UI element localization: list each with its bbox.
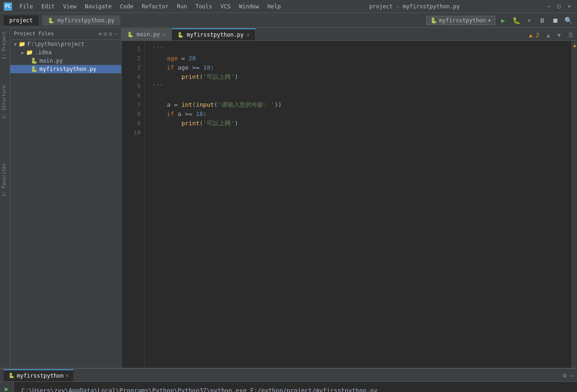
- main-py-label: main.py: [39, 58, 63, 64]
- menu-edit[interactable]: Edit: [38, 2, 58, 11]
- editor-area: 🐍 main.py ✕ 🐍 myfirsstpython.py ✕ ▲ 2 ▲ …: [122, 28, 577, 368]
- tree-idea[interactable]: ▶ 📁 .idea: [10, 48, 121, 57]
- run-config-dropdown-icon: ▾: [488, 17, 491, 24]
- scroll-down-icon[interactable]: ▼: [554, 30, 564, 40]
- editor-tabs: 🐍 main.py ✕ 🐍 myfirsstpython.py ✕ ▲ 2 ▲ …: [122, 28, 577, 41]
- run-panel: ▶ ▲ ▼ ↩ ⬆ 🖨 🗑 C:\Users\zyy\AppData\Local…: [0, 382, 577, 392]
- window-controls: — □ ✕: [545, 2, 573, 11]
- warning-count: ▲ 2: [525, 30, 543, 40]
- bottom-panel: 🐍 myfirsstpython ✕ ⚙ — ▶ ▲ ▼ ↩ ⬆ 🖨 🗑 C:\…: [0, 368, 577, 392]
- tab-myfirst-py[interactable]: 🐍 myfirsstpython.py ✕: [172, 28, 255, 40]
- myfirst-py-icon: 🐍: [31, 66, 38, 72]
- run-tab-label: myfirsstpython: [17, 373, 64, 379]
- line-9: 9: [125, 119, 141, 128]
- menu-run[interactable]: Run: [173, 2, 191, 11]
- line-8: 8: [125, 109, 141, 119]
- menu-file[interactable]: File: [16, 2, 37, 11]
- root-folder-icon: 📁: [19, 41, 26, 47]
- run-sidebar: ▶ ▲ ▼ ↩ ⬆ 🖨 🗑: [0, 382, 14, 392]
- line-6: 6: [125, 91, 141, 100]
- bottom-panel-icons: ⚙ —: [563, 372, 573, 379]
- run-tab[interactable]: 🐍 myfirsstpython ✕: [4, 369, 73, 381]
- file-tree-header: Project Files ⊕ ⊟ ⚙ —: [10, 28, 121, 40]
- structure-panel-label[interactable]: 2: Structure: [0, 82, 10, 122]
- close-button[interactable]: ✕: [565, 2, 573, 11]
- minimize-button[interactable]: —: [545, 2, 553, 11]
- idea-folder-icon: 📁: [26, 49, 33, 56]
- main-layout: 1: Project 2: Structure 3: Favorites Pro…: [0, 28, 577, 368]
- file-tree-title: Project Files: [14, 31, 98, 37]
- idea-label: .idea: [35, 49, 52, 56]
- tab-myfirst-close[interactable]: ✕: [246, 32, 250, 38]
- run-tab-py-icon: 🐍: [8, 373, 15, 379]
- menu-tools[interactable]: Tools: [192, 2, 216, 11]
- tab-myfirst-py-label: myfirsstpython.py: [187, 32, 244, 38]
- tree-root-arrow: ▼: [14, 42, 17, 47]
- warning-indicator: ▲: [573, 43, 576, 48]
- editor-settings-icon[interactable]: ☰: [564, 30, 577, 40]
- editor-scrollbar[interactable]: ▲: [571, 41, 577, 368]
- file-tree-panel: Project Files ⊕ ⊟ ⚙ — ▼ 📁 F:\python\proj…: [10, 28, 122, 368]
- line-1: 1: [125, 45, 141, 54]
- code-editor[interactable]: 1 2 3 4 5 6 7 8 9 10 ''' age = 20 if age…: [122, 41, 577, 368]
- search-everywhere-button[interactable]: 🔍: [563, 15, 573, 26]
- line-10: 10: [125, 128, 141, 137]
- menu-refactor[interactable]: Refactor: [138, 2, 172, 11]
- tab-main-py[interactable]: 🐍 main.py ✕: [122, 28, 172, 40]
- minimize-panel-icon[interactable]: —: [114, 31, 117, 37]
- left-panel-labels: 1: Project 2: Structure 3: Favorites: [0, 28, 10, 368]
- tree-root[interactable]: ▼ 📁 F:\python\project: [10, 40, 121, 48]
- menu-help[interactable]: Help: [264, 2, 285, 11]
- menu-vcs[interactable]: VCS: [217, 2, 234, 11]
- code-content[interactable]: ''' age = 20 if age >= 18: print('可以上网')…: [145, 41, 571, 368]
- run-config-py-icon: 🐍: [430, 17, 437, 24]
- debug-button[interactable]: 🐛: [511, 15, 521, 26]
- favorites-panel-label[interactable]: 3: Favorites: [0, 160, 10, 200]
- bottom-tabs: 🐍 myfirsstpython ✕ ⚙ —: [0, 369, 577, 382]
- file-toolbar-tab[interactable]: 🐍 myfirsstpython.py: [42, 15, 120, 26]
- line-5: 5: [125, 82, 141, 91]
- settings-icon[interactable]: ⚙: [109, 31, 112, 37]
- tree-myfirst-py[interactable]: 🐍 myfirsstpython.py: [10, 65, 121, 73]
- menu-navigate[interactable]: Navigate: [81, 2, 116, 11]
- tab-main-close[interactable]: ✕: [163, 32, 166, 38]
- tree-root-label: F:\python\project: [27, 41, 84, 47]
- run-config-selector[interactable]: 🐍 myfirsstpython ▾: [426, 16, 495, 25]
- coverage-button[interactable]: ⚡: [524, 15, 534, 26]
- title-bar: PC File Edit View Navigate Code Refactor…: [0, 0, 577, 13]
- app-logo: PC: [4, 2, 12, 11]
- run-tab-close[interactable]: ✕: [65, 373, 69, 379]
- tab-py-icon: 🐍: [48, 18, 54, 24]
- scroll-up-icon[interactable]: ▲: [543, 30, 554, 40]
- run-output: C:\Users\zyy\AppData\Local\Programs\Pyth…: [14, 382, 577, 392]
- run-command-line: C:\Users\zyy\AppData\Local\Programs\Pyth…: [21, 386, 570, 392]
- toolbar: project 🐍 myfirsstpython.py 🐍 myfirsstpy…: [0, 13, 577, 28]
- menu-code[interactable]: Code: [117, 2, 137, 11]
- pause-button[interactable]: ⏹: [550, 15, 560, 26]
- profile-button[interactable]: ⏸: [537, 15, 547, 26]
- maximize-button[interactable]: □: [555, 2, 563, 11]
- sync-icon[interactable]: ⊕: [98, 31, 102, 37]
- line-3: 3: [125, 63, 141, 72]
- run-area: 🐍 myfirsstpython ▾ ▶ 🐛 ⚡ ⏸ ⏹ 🔍: [426, 15, 573, 26]
- menu-view[interactable]: View: [59, 2, 80, 11]
- run-play-icon[interactable]: ▶: [5, 386, 8, 392]
- tab-main-py-label: main.py: [136, 31, 160, 38]
- myfirst-py-label: myfirsstpython.py: [39, 66, 97, 72]
- line-numbers: 1 2 3 4 5 6 7 8 9 10: [122, 41, 145, 368]
- tree-main-py[interactable]: 🐍 main.py: [10, 57, 121, 65]
- run-button[interactable]: ▶: [498, 15, 508, 26]
- bottom-minimize-icon[interactable]: —: [570, 372, 573, 379]
- main-py-icon: 🐍: [31, 58, 38, 64]
- run-config-name: myfirsstpython: [439, 17, 486, 24]
- window-title: project - myfirsstpython.py: [285, 3, 545, 10]
- file-tree-icons: ⊕ ⊟ ⚙ —: [98, 31, 117, 37]
- project-panel-label[interactable]: 1: Project: [0, 28, 10, 63]
- project-toolbar-tab[interactable]: project: [4, 15, 39, 26]
- menu-window[interactable]: Window: [235, 2, 263, 11]
- tab-main-py-icon: 🐍: [127, 32, 134, 38]
- collapse-icon[interactable]: ⊟: [104, 31, 107, 37]
- menu-bar: File Edit View Navigate Code Refactor Ru…: [16, 2, 285, 11]
- tab-myfirst-py-icon: 🐍: [177, 32, 184, 38]
- bottom-settings-icon[interactable]: ⚙: [563, 372, 566, 379]
